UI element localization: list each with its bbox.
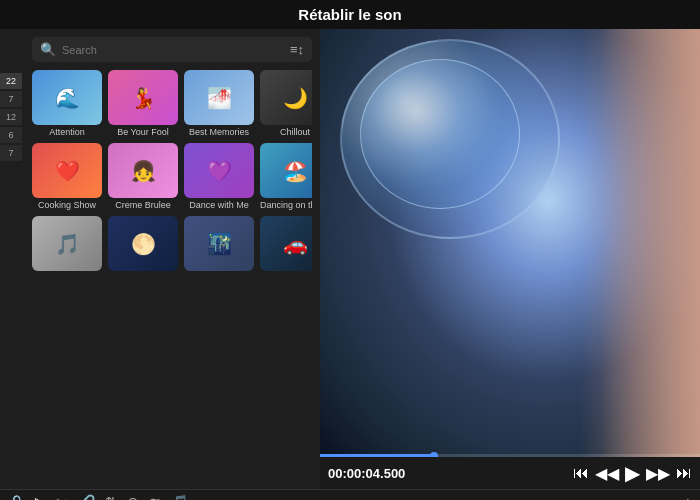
sound-thumb-dancewithme[interactable]: 💜 xyxy=(184,143,254,198)
sound-thumb-chillout[interactable]: 🌙 xyxy=(260,70,312,125)
video-progress-fill xyxy=(320,454,434,457)
cat-num-6[interactable]: 6 xyxy=(0,127,22,143)
sound-item-bestmemories[interactable]: 🌁 Best Memories xyxy=(184,70,254,137)
sound-label-dancing: Dancing on the Beach xyxy=(260,200,312,210)
sound-item-attention[interactable]: 🌊 Attention xyxy=(32,70,102,137)
sounds-panel: 22 7 12 6 7 🔍 ≡↕ 🌊 Attention 💃 xyxy=(0,29,320,489)
sound-label-bestmemories: Best Memories xyxy=(184,127,254,137)
lock-tool[interactable]: 🔒 xyxy=(8,494,25,500)
timeline-section: 🔒 ▷ ✂ 🔗 ⇅ ⊙ ≋ 🎵 − + 02:00 03:00 04:00 05… xyxy=(0,489,700,500)
sound-thumb-attention[interactable]: 🌊 xyxy=(32,70,102,125)
sound-item-cremebrulee[interactable]: 👧 Creme Brulee xyxy=(108,143,178,210)
sound-label-chillout: Chillout xyxy=(260,127,312,137)
cut-tool[interactable]: ✂ xyxy=(56,494,68,500)
sound-item-row3a[interactable]: 🎵 xyxy=(32,216,102,273)
sound-item-row3c[interactable]: 🌃 xyxy=(184,216,254,273)
cat-num-7b[interactable]: 7 xyxy=(0,145,22,161)
sound-item-dancing[interactable]: 🏖️ Dancing on the Beach xyxy=(260,143,312,210)
skip-forward-button[interactable]: ⏭ xyxy=(676,464,692,482)
sound-label-beyourfool: Be Your Fool xyxy=(108,127,178,137)
sound-item-row3b[interactable]: 🌕 xyxy=(108,216,178,273)
sound-thumb-row3c[interactable]: 🌃 xyxy=(184,216,254,271)
playback-controls: ⏮ ◀◀ ▶ ▶▶ ⏭ xyxy=(573,461,692,485)
sound-thumb-row3b[interactable]: 🌕 xyxy=(108,216,178,271)
cat-num-22[interactable]: 22 xyxy=(0,73,22,89)
sound-item-cookingshow[interactable]: ❤️ Cooking Show xyxy=(32,143,102,210)
sound-item-beyourfool[interactable]: 💃 Be Your Fool xyxy=(108,70,178,137)
sound-item-row3d[interactable]: 🚗 xyxy=(260,216,312,273)
right-panel: 00:00:04.500 ⏮ ◀◀ ▶ ▶▶ ⏭ xyxy=(320,29,700,489)
skip-back-button[interactable]: ⏮ xyxy=(573,464,589,482)
sound-label-attention: Attention xyxy=(32,127,102,137)
audio-tool[interactable]: 🎵 xyxy=(171,494,188,500)
sound-item-dancewithme[interactable]: 💜 Dance with Me xyxy=(184,143,254,210)
skin-tone-overlay xyxy=(600,29,700,457)
speed-tool[interactable]: ≋ xyxy=(149,494,161,500)
select-tool[interactable]: ▷ xyxy=(35,494,46,500)
rotate-tool[interactable]: ⊙ xyxy=(127,494,139,500)
next-frame-button[interactable]: ▶▶ xyxy=(646,464,670,483)
sound-thumb-cookingshow[interactable]: ❤️ xyxy=(32,143,102,198)
search-input[interactable] xyxy=(62,44,284,56)
sound-thumb-bestmemories[interactable]: 🌁 xyxy=(184,70,254,125)
crop-tool[interactable]: ⇅ xyxy=(105,494,117,500)
sound-thumb-dancing[interactable]: 🏖️ xyxy=(260,143,312,198)
sound-thumb-row3a[interactable]: 🎵 xyxy=(32,216,102,271)
sound-item-chillout[interactable]: 🌙 Chillout xyxy=(260,70,312,137)
zoom-out-button[interactable]: − xyxy=(666,494,674,500)
sound-label-cremebrulee: Creme Brulee xyxy=(108,200,178,210)
cat-num-7a[interactable]: 7 xyxy=(0,91,22,107)
play-button[interactable]: ▶ xyxy=(625,461,640,485)
sound-label-cookingshow: Cooking Show xyxy=(32,200,102,210)
bubble-inner xyxy=(360,59,520,209)
header: Rétablir le son xyxy=(0,0,700,29)
sound-thumb-cremebrulee[interactable]: 👧 xyxy=(108,143,178,198)
video-background xyxy=(320,29,700,457)
video-controls-bar: 00:00:04.500 ⏮ ◀◀ ▶ ▶▶ ⏭ xyxy=(320,457,700,489)
cat-num-12[interactable]: 12 xyxy=(0,109,22,125)
timecode-display: 00:00:04.500 xyxy=(328,466,565,481)
search-icon: 🔍 xyxy=(40,42,56,57)
video-progress-bar[interactable] xyxy=(320,454,700,457)
filter-icon[interactable]: ≡↕ xyxy=(290,42,304,57)
search-bar: 🔍 ≡↕ xyxy=(32,37,312,62)
sound-thumb-beyourfool[interactable]: 💃 xyxy=(108,70,178,125)
page-title: Rétablir le son xyxy=(298,6,401,23)
sound-label-dancewithme: Dance with Me xyxy=(184,200,254,210)
link-tool[interactable]: 🔗 xyxy=(78,494,95,500)
timeline-toolbar: 🔒 ▷ ✂ 🔗 ⇅ ⊙ ≋ 🎵 − + xyxy=(0,489,700,500)
sound-thumb-row3d[interactable]: 🚗 xyxy=(260,216,312,271)
zoom-in-button[interactable]: + xyxy=(684,494,692,500)
prev-frame-button[interactable]: ◀◀ xyxy=(595,464,619,483)
progress-handle[interactable] xyxy=(430,452,438,457)
sounds-grid: 🌊 Attention 💃 Be Your Fool 🌁 Best Memori… xyxy=(32,70,312,273)
main-layout: 22 7 12 6 7 🔍 ≡↕ 🌊 Attention 💃 xyxy=(0,29,700,489)
video-preview xyxy=(320,29,700,457)
